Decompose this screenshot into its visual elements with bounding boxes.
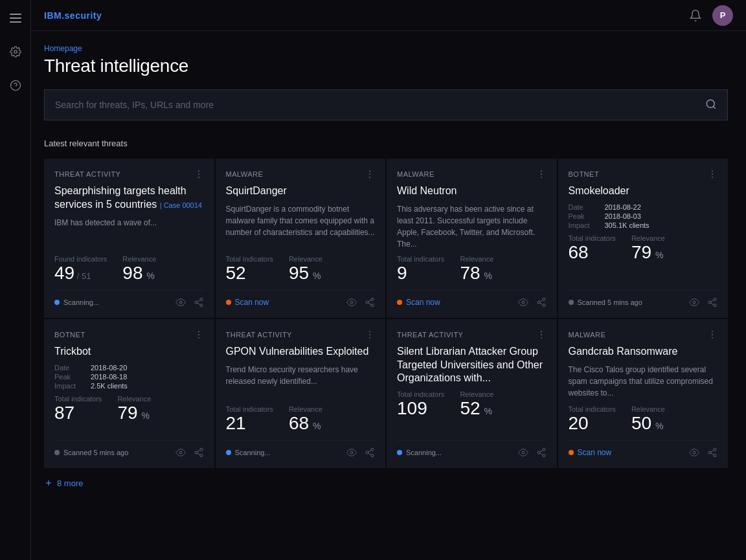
card-menu-icon[interactable] bbox=[194, 169, 204, 179]
card-type: Malware bbox=[226, 170, 264, 178]
eye-icon[interactable] bbox=[689, 297, 699, 308]
eye-icon[interactable] bbox=[346, 297, 357, 308]
card-type: Botnet bbox=[54, 331, 85, 339]
share-icon[interactable] bbox=[194, 297, 204, 308]
card-type: Threat activity bbox=[54, 170, 120, 178]
case-link[interactable]: | Case 00014 bbox=[160, 201, 202, 209]
eye-icon[interactable] bbox=[175, 447, 186, 458]
svg-point-37 bbox=[708, 301, 711, 304]
svg-line-31 bbox=[539, 300, 543, 302]
card-menu-icon[interactable] bbox=[536, 169, 547, 179]
share-icon[interactable] bbox=[536, 447, 547, 458]
svg-point-59 bbox=[541, 331, 542, 332]
share-icon[interactable] bbox=[194, 447, 204, 458]
card-stat: Total indicators9 bbox=[397, 255, 444, 282]
svg-line-40 bbox=[711, 300, 714, 302]
share-icon[interactable] bbox=[536, 297, 547, 308]
card-meta-row: Peak2018-08-18 bbox=[54, 373, 204, 381]
scan-now-button[interactable]: Scan now bbox=[578, 448, 612, 457]
card-menu-icon[interactable] bbox=[194, 330, 204, 340]
share-icon[interactable] bbox=[707, 447, 718, 458]
eye-icon[interactable] bbox=[518, 297, 528, 308]
search-input[interactable] bbox=[55, 100, 705, 110]
threat-card: Threat activityGPON Vulnerabilities Expl… bbox=[216, 319, 386, 468]
card-actions bbox=[175, 297, 204, 308]
card-stat: Total indicators68 bbox=[569, 234, 616, 262]
stat-value: 68 bbox=[569, 243, 616, 262]
card-stat: Relevance52 % bbox=[460, 390, 493, 418]
stat-unit: % bbox=[310, 271, 321, 281]
eye-icon[interactable] bbox=[689, 447, 699, 458]
stat-unit: % bbox=[144, 271, 154, 281]
card-stat: Relevance68 % bbox=[289, 405, 322, 432]
breadcrumb[interactable]: Homepage bbox=[44, 44, 728, 53]
status-text: Scanning... bbox=[235, 449, 271, 456]
svg-point-28 bbox=[537, 301, 540, 304]
card-type: Threat activity bbox=[226, 331, 292, 339]
card-status: Scanning... bbox=[226, 449, 271, 456]
eye-icon[interactable] bbox=[518, 447, 528, 458]
svg-point-64 bbox=[537, 451, 540, 454]
card-menu-icon[interactable] bbox=[536, 330, 547, 340]
card-type: Botnet bbox=[569, 170, 600, 178]
svg-point-18 bbox=[371, 298, 374, 300]
status-dot bbox=[226, 300, 231, 305]
notification-icon[interactable] bbox=[689, 9, 702, 22]
card-desc: Trend Micro security researchers have re… bbox=[226, 364, 376, 400]
stat-unit: % bbox=[482, 271, 492, 281]
meta-value: 305.1K clients bbox=[605, 221, 650, 229]
card-menu-icon[interactable] bbox=[365, 330, 375, 340]
card-stat: Relevance50 % bbox=[631, 405, 665, 432]
svg-point-36 bbox=[714, 298, 716, 300]
eye-icon[interactable] bbox=[346, 447, 357, 458]
card-stats: Total indicators21Relevance68 % bbox=[226, 405, 376, 432]
svg-line-21 bbox=[368, 303, 372, 305]
stat-value: 20 bbox=[569, 414, 616, 432]
svg-line-66 bbox=[539, 453, 543, 455]
svg-line-22 bbox=[368, 300, 372, 302]
more-button[interactable]: 8 more bbox=[44, 476, 728, 491]
svg-point-61 bbox=[541, 337, 542, 338]
svg-point-34 bbox=[712, 177, 713, 178]
card-menu-icon[interactable] bbox=[707, 330, 718, 340]
card-header: Malware bbox=[569, 330, 718, 340]
card-title: GPON Vulnerabilities Exploited bbox=[226, 345, 376, 359]
svg-point-15 bbox=[369, 174, 370, 175]
scan-now-button[interactable]: Scan now bbox=[406, 298, 440, 307]
card-menu-icon[interactable] bbox=[707, 169, 718, 179]
stat-unit: % bbox=[310, 421, 321, 431]
share-icon[interactable] bbox=[707, 297, 718, 308]
status-dot bbox=[54, 300, 60, 305]
card-title: Spearphishing targets health services in… bbox=[54, 185, 204, 212]
card-stat: Relevance98 % bbox=[122, 255, 156, 282]
card-menu-icon[interactable] bbox=[365, 169, 375, 179]
card-stat: Total indicators21 bbox=[226, 405, 273, 432]
search-icon[interactable] bbox=[705, 98, 717, 112]
card-meta-row: Impact305.1K clients bbox=[569, 221, 718, 229]
card-stats: Total indicators87Relevance79 % bbox=[54, 395, 204, 422]
svg-point-55 bbox=[366, 451, 368, 454]
svg-point-51 bbox=[369, 334, 370, 335]
card-status: Scanned 5 mins ago bbox=[54, 449, 128, 456]
card-title: Trickbot bbox=[54, 345, 204, 359]
hamburger-icon[interactable] bbox=[5, 8, 26, 28]
svg-point-14 bbox=[369, 170, 370, 172]
user-avatar[interactable]: P bbox=[712, 5, 733, 26]
share-icon[interactable] bbox=[365, 297, 375, 308]
card-type: Malware bbox=[397, 170, 435, 178]
svg-point-38 bbox=[714, 304, 716, 306]
card-status: Scanning... bbox=[397, 449, 442, 456]
eye-icon[interactable] bbox=[175, 297, 186, 308]
scan-now-button[interactable]: Scan now bbox=[235, 298, 269, 307]
share-icon[interactable] bbox=[365, 447, 375, 458]
help-icon[interactable] bbox=[5, 75, 26, 96]
card-stat: Relevance95 % bbox=[289, 255, 322, 282]
meta-label: Impact bbox=[569, 221, 600, 229]
stat-value: 21 bbox=[226, 414, 273, 432]
svg-point-74 bbox=[714, 454, 716, 456]
settings-icon[interactable] bbox=[5, 41, 26, 62]
svg-line-13 bbox=[197, 300, 200, 302]
card-stat: Total indicators52 bbox=[226, 255, 273, 282]
card-title: Wild Neutron bbox=[397, 185, 547, 198]
svg-point-16 bbox=[369, 177, 370, 178]
